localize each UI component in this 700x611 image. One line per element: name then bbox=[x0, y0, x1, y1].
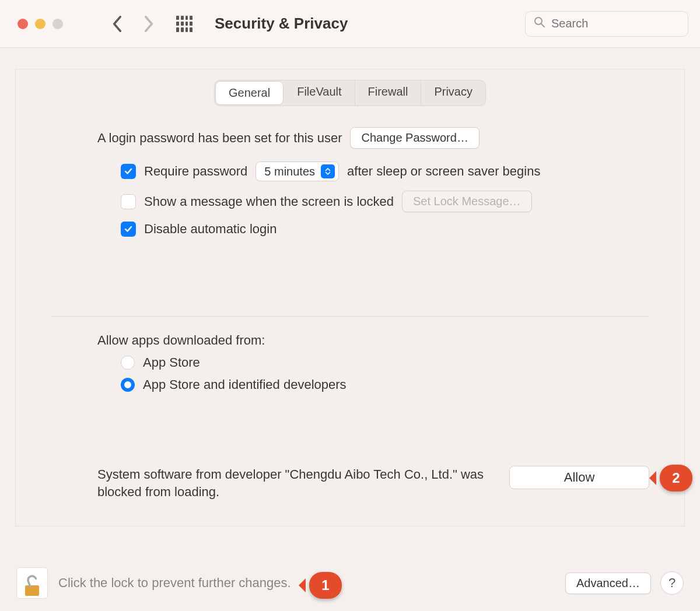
allow-apps-heading: Allow apps downloaded from: bbox=[97, 333, 649, 348]
radio-appstore-identified[interactable] bbox=[121, 378, 135, 392]
footer: Click the lock to prevent further change… bbox=[0, 555, 700, 611]
radio-appstore[interactable] bbox=[121, 356, 135, 370]
require-password-delay-select[interactable]: 5 minutes bbox=[256, 161, 339, 181]
lock-hint: Click the lock to prevent further change… bbox=[58, 575, 565, 591]
radio-appstore-label: App Store bbox=[143, 355, 200, 370]
tab-filevault[interactable]: FileVault bbox=[284, 80, 355, 106]
search-field[interactable] bbox=[525, 11, 688, 37]
disable-auto-login-label: Disable automatic login bbox=[144, 222, 276, 237]
set-lock-message-button: Set Lock Message… bbox=[402, 191, 532, 212]
preferences-panel: General FileVault Firewall Privacy A log… bbox=[15, 69, 685, 526]
require-password-checkbox[interactable] bbox=[121, 164, 136, 179]
toolbar: Security & Privacy bbox=[0, 0, 700, 48]
search-icon bbox=[534, 16, 545, 31]
tab-general[interactable]: General bbox=[216, 82, 283, 104]
back-button[interactable] bbox=[110, 16, 125, 31]
annotation-callout-2: 2 bbox=[660, 465, 692, 491]
blocked-software-row: System software from developer "Chengdu … bbox=[16, 466, 684, 526]
allow-apps-section: Allow apps downloaded from: App Store Ap… bbox=[16, 333, 684, 413]
radio-appstore-identified-label: App Store and identified developers bbox=[143, 377, 346, 392]
show-all-icon[interactable] bbox=[176, 16, 192, 32]
svg-line-1 bbox=[541, 24, 544, 27]
lock-hint-text: Click the lock to prevent further change… bbox=[58, 575, 291, 590]
help-button[interactable]: ? bbox=[660, 571, 684, 595]
disable-auto-login-checkbox[interactable] bbox=[121, 222, 136, 237]
blocked-software-text: System software from developer "Chengdu … bbox=[97, 466, 492, 500]
lock-button[interactable] bbox=[16, 567, 48, 599]
stepper-icon bbox=[321, 164, 335, 178]
section-divider bbox=[51, 316, 649, 317]
annotation-callout-1: 1 bbox=[309, 572, 342, 599]
content: General FileVault Firewall Privacy A log… bbox=[0, 48, 700, 526]
require-password-suffix: after sleep or screen saver begins bbox=[347, 164, 540, 179]
forward-button bbox=[141, 16, 156, 31]
show-message-checkbox[interactable] bbox=[121, 194, 136, 209]
change-password-button[interactable]: Change Password… bbox=[350, 127, 479, 149]
window-controls bbox=[18, 19, 63, 29]
tab-bar: General FileVault Firewall Privacy bbox=[16, 69, 684, 106]
show-message-label: Show a message when the screen is locked bbox=[144, 194, 394, 209]
login-section: A login password has been set for this u… bbox=[16, 106, 684, 260]
minimize-window-button[interactable] bbox=[35, 19, 46, 29]
require-password-delay-value: 5 minutes bbox=[264, 165, 315, 178]
svg-point-0 bbox=[535, 17, 542, 24]
nav-buttons bbox=[110, 16, 156, 31]
fullscreen-window-button[interactable] bbox=[52, 19, 63, 29]
advanced-button[interactable]: Advanced… bbox=[565, 573, 651, 594]
search-input[interactable] bbox=[551, 17, 699, 30]
page-title: Security & Privacy bbox=[215, 15, 525, 33]
allow-button[interactable]: Allow bbox=[509, 466, 649, 489]
require-password-label: Require password bbox=[144, 164, 247, 179]
tab-firewall[interactable]: Firewall bbox=[355, 80, 422, 106]
login-password-text: A login password has been set for this u… bbox=[97, 131, 342, 146]
unlocked-padlock-icon bbox=[22, 573, 43, 598]
close-window-button[interactable] bbox=[18, 19, 28, 29]
tab-privacy[interactable]: Privacy bbox=[421, 80, 485, 106]
